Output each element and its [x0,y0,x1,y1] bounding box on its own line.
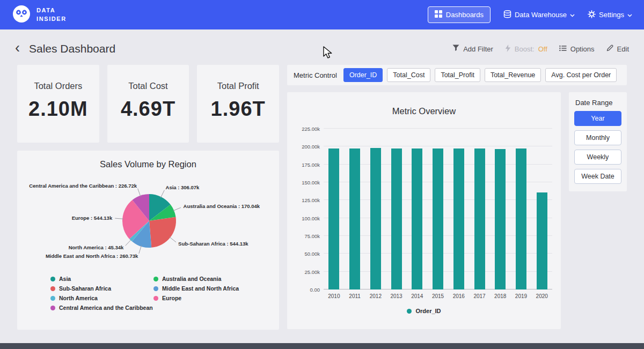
y-tick-label: 225.00k [302,126,320,132]
kpi-card-total-profit: Total Profit1.96T [197,65,279,143]
nav-data-warehouse[interactable]: Data Warehouse [503,10,575,20]
bar-2019[interactable] [511,129,532,289]
options-label: Options [570,45,595,53]
bar-2014[interactable] [407,129,428,289]
y-tick-label: 25.00k [304,269,320,274]
x-tick-2020: 2020 [531,293,552,299]
y-tick-label: 175.00k [302,161,320,167]
legend-label: North America [59,295,98,301]
bar-2013[interactable] [386,129,407,289]
y-tick-label: 50.00k [304,251,320,257]
bar-2015[interactable] [428,129,449,289]
legend-item-europe[interactable]: Europe [153,295,239,301]
lightning-bolt-icon [505,44,511,54]
metric-button-order-id[interactable]: Order_ID [343,68,383,82]
y-tick-label: 200.00k [302,144,320,150]
metric-button-total-profit[interactable]: Total_Profit [435,68,480,82]
date-range-button-year[interactable]: Year [574,111,621,126]
bar-2012[interactable] [365,129,386,289]
list-options-icon [559,45,567,53]
bar-rect-2017 [474,148,485,289]
left-column: Total Orders2.10MTotal Cost4.69TTotal Pr… [17,65,279,330]
dashboards-grid-icon [435,10,442,19]
nav-dashboards-button[interactable]: Dashboards [428,6,491,23]
bar-legend-label: Order_ID [415,308,441,314]
legend-item-middle-east-and-north-africa[interactable]: Middle East and North Africa [153,285,239,292]
pie-label-north-america: North America : 45.34k [69,244,124,250]
kpi-value: 1.96T [197,98,279,121]
gear-icon [588,10,596,20]
legend-label: Middle East and North Africa [162,285,239,292]
legend-item-australia-and-oceania[interactable]: Australia and Oceania [153,276,239,282]
bar-2020[interactable] [531,129,552,289]
legend-item-north-america[interactable]: North America [50,295,153,301]
y-tick-label: 125.00k [302,197,320,203]
bar-2018[interactable] [490,129,511,289]
bar-2016[interactable] [448,129,469,289]
edit-button[interactable]: Edit [606,44,629,53]
x-tick-2011: 2011 [345,293,365,299]
pie-leader-line [139,246,142,254]
legend-dot [153,296,158,301]
pie-leader-line [173,207,181,211]
y-tick-label: 75.00k [304,233,320,239]
filter-funnel-icon [452,44,459,53]
chevron-down-icon [627,11,632,19]
legend-dot [50,286,55,291]
date-range-button-week-date[interactable]: Week Date [574,169,621,184]
bar-chart-x-axis: 2010201120122013201420152016201720182019… [324,293,552,299]
sales-volume-card: Sales Volume by Region Asia : 306.07kAus… [17,151,279,330]
legend-label: Australia and Oceania [162,276,221,282]
pie-leader-line [115,218,123,219]
metric-button-avg-cost-per-order[interactable]: Avg. Cost per Order [545,68,617,82]
pie-leader-line [126,240,131,246]
boost-toggle[interactable]: Boost: Off [505,44,547,54]
bar-2017[interactable] [469,129,490,289]
date-range-buttons: YearMonthlyWeeklyWeek Date [574,111,621,184]
kpi-label: Total Orders [17,81,99,91]
pie-leader-line [170,237,177,242]
footer-bar [0,343,644,349]
bar-2010[interactable] [324,129,345,289]
legend-dot [153,286,158,291]
page-header: ‹ Sales Dashboard Add Filter Boost: Off … [0,29,644,65]
x-tick-2014: 2014 [407,293,428,299]
top-nav-bar: DATA INSIDER Dashboards [0,0,644,29]
bar-2011[interactable] [345,129,365,289]
legend-item-sub-saharan-africa[interactable]: Sub-Saharan Africa [50,285,153,292]
date-range-button-weekly[interactable]: Weekly [574,150,621,165]
pie-slice-sub-saharan-africa[interactable] [149,217,176,248]
y-tick-label: 150.00k [302,180,320,185]
nav-settings[interactable]: Settings [588,10,632,20]
back-button[interactable]: ‹ [15,42,22,55]
legend-item-central-america-and-the-caribbean[interactable]: Central America and the Caribbean [50,305,153,311]
date-range-label: Date Range [575,99,621,107]
metric-button-total-cost[interactable]: Total_Cost [387,68,430,82]
legend-label: Sub-Saharan Africa [59,285,111,292]
options-button[interactable]: Options [559,45,595,53]
edit-label: Edit [617,45,629,53]
legend-label: Asia [59,276,71,282]
top-nav-right: Dashboards Data Warehouse [428,6,632,23]
kpi-row: Total Orders2.10MTotal Cost4.69TTotal Pr… [17,65,279,143]
bar-rect-2020 [537,192,547,289]
x-tick-2017: 2017 [469,293,490,299]
boost-value: Off [538,45,547,53]
add-filter-button[interactable]: Add Filter [452,44,493,53]
brand-line2: INSIDER [36,15,67,23]
date-range-button-monthly[interactable]: Monthly [574,130,621,145]
kpi-card-total-orders: Total Orders2.10M [17,65,99,143]
kpi-label: Total Profit [197,81,279,91]
chart-and-daterange-row: Metric Overview 0.0025.00k50.00k75.00k10… [287,92,627,329]
legend-item-asia[interactable]: Asia [50,276,153,282]
metric-control-buttons: Order_IDTotal_CostTotal_ProfitTotal_Reve… [343,68,617,82]
pie-chart-title: Sales Volume by Region [17,159,279,169]
bar-chart-legend[interactable]: Order_ID [296,308,552,314]
bar-chart-title: Metric Overview [296,106,552,116]
metric-button-total-revenue[interactable]: Total_Revenue [485,68,541,82]
page-title: Sales Dashboard [29,42,115,55]
right-column: Metric Control Order_IDTotal_CostTotal_P… [287,65,627,330]
bar-rect-2016 [453,148,464,289]
pie-leader-line [138,189,141,197]
metric-control-bar: Metric Control Order_IDTotal_CostTotal_P… [287,65,627,85]
